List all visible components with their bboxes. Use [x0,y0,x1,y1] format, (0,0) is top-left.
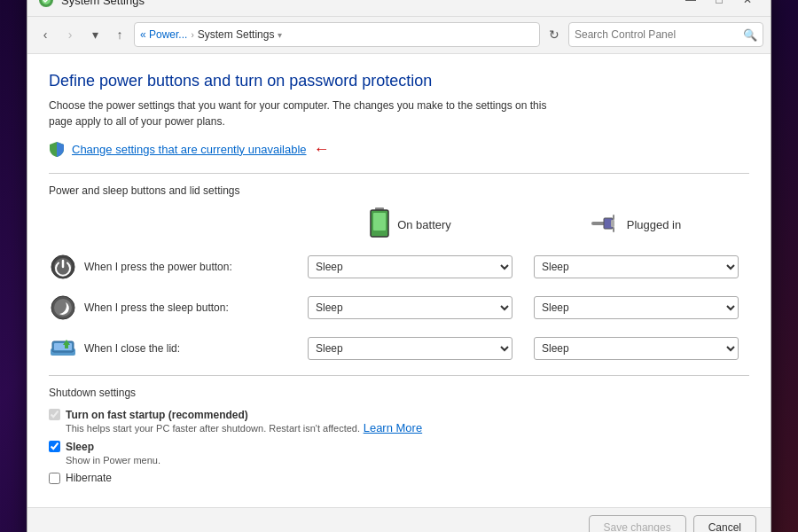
forward-button[interactable]: › [59,24,81,45]
svg-rect-9 [613,227,614,232]
change-settings-row: Change settings that are currently unava… [49,140,749,159]
sleep-button-icon [49,293,77,322]
addressbar: ‹ › ▾ ↑ « Power... › System Settings ▾ ↻… [27,17,771,54]
refresh-button[interactable]: ↻ [544,24,565,45]
page-desc-line2: page apply to all of your power plans. [49,115,225,128]
sleep-shutdown-sublabel: Show in Power menu. [66,455,160,466]
lid-row: When I close the lid: Sleep Do nothing H… [49,334,749,363]
col-plugged-label: Plugged in [627,218,681,231]
fast-startup-row: Turn on fast startup (recommended) This … [49,408,749,434]
power-button-icon [49,253,77,281]
sleep-checkbox[interactable] [49,441,60,452]
footer: Save changes Cancel [27,507,771,533]
search-icon: 🔍 [743,28,757,42]
breadcrumb-current: System Settings [198,28,275,41]
power-grid-header: On battery Plugged in [49,207,749,242]
content-area: Define power buttons and turn on passwor… [27,54,771,507]
power-button-label: When I press the power button: [84,261,232,273]
learn-more-link[interactable]: Learn More [364,421,422,434]
titlebar-title: System Settings [61,0,678,7]
power-battery-dropdown-cell: Sleep Do nothing Hibernate Shut down Tur… [297,255,523,278]
power-button-row: When I press the power button: Sleep Do … [49,253,749,281]
breadcrumb-expand[interactable]: ▾ [278,30,282,40]
titlebar: System Settings — □ ✕ [27,0,771,17]
svg-rect-7 [611,220,614,227]
lid-plugged-dropdown-cell: Sleep Do nothing Hibernate Shut down Tur… [523,337,749,360]
maximize-button[interactable]: □ [707,0,732,10]
breadcrumb-separator: › [191,30,193,40]
fast-startup-label: Turn on fast startup (recommended) [66,409,248,421]
back-button[interactable]: ‹ [35,24,56,45]
fast-startup-checkbox[interactable] [49,409,60,420]
page-title: Define power buttons and turn on passwor… [49,72,749,90]
titlebar-icon [38,0,54,8]
power-battery-select[interactable]: Sleep Do nothing Hibernate Shut down Tur… [308,255,512,278]
window-controls: — □ ✕ [678,0,760,10]
lid-label: When I close the lid: [84,342,180,355]
lid-icon [49,334,77,363]
battery-icon [369,207,390,242]
breadcrumb: « Power... › System Settings ▾ [134,22,540,47]
hibernate-row: Hibernate [49,472,749,484]
sleep-battery-dropdown-cell: Sleep Do nothing Hibernate Shut down Tur… [297,296,523,319]
hibernate-checkbox[interactable] [49,473,60,484]
change-settings-link[interactable]: Change settings that are currently unava… [72,143,307,156]
sleep-button-row: When I press the sleep button: Sleep Do … [49,293,749,322]
lid-battery-select[interactable]: Sleep Do nothing Hibernate Shut down Tur… [308,337,512,360]
sleep-button-label: When I press the sleep button: [84,301,229,314]
section-divider-1 [49,173,749,174]
sleep-plugged-dropdown-cell: Sleep Do nothing Hibernate Shut down Tur… [523,296,749,319]
col-header-battery: On battery [297,207,523,242]
svg-rect-4 [373,213,386,231]
lid-battery-dropdown-cell: Sleep Do nothing Hibernate Shut down Tur… [297,337,523,360]
col-header-plugged: Plugged in [523,213,749,237]
search-input[interactable] [575,28,739,41]
hibernate-label: Hibernate [66,472,112,484]
save-changes-button[interactable]: Save changes [589,515,686,532]
system-settings-window: System Settings — □ ✕ ‹ › ▾ ↑ « Power...… [27,0,771,532]
sleep-battery-select[interactable]: Sleep Do nothing Hibernate Shut down Tur… [308,296,512,319]
search-box[interactable]: 🔍 [568,22,763,47]
sleep-shutdown-label: Sleep [66,441,94,453]
page-description: Choose the power settings that you want … [49,98,749,129]
uac-shield-icon [49,141,65,157]
shutdown-title: Shutdown settings [49,387,749,399]
plugged-icon [591,213,620,237]
fast-startup-sublabel: This helps start your PC faster after sh… [66,423,360,434]
arrow-indicator: ← [314,140,330,159]
lid-plugged-select[interactable]: Sleep Do nothing Hibernate Shut down Tur… [534,337,739,360]
section-divider-2 [49,375,749,376]
close-button[interactable]: ✕ [735,0,760,10]
power-plugged-select[interactable]: Sleep Do nothing Hibernate Shut down Tur… [534,255,739,278]
minimize-button[interactable]: — [678,0,703,10]
sleep-plugged-select[interactable]: Sleep Do nothing Hibernate Shut down Tur… [534,296,739,319]
power-plugged-dropdown-cell: Sleep Do nothing Hibernate Shut down Tur… [523,255,749,278]
up-button[interactable]: ↑ [109,24,130,45]
col-battery-label: On battery [397,218,451,231]
power-section-title: Power and sleep buttons and lid settings [49,184,749,197]
dropdown-button[interactable]: ▾ [84,24,106,45]
sleep-checkbox-row: Sleep Show in Power menu. [49,440,749,466]
page-desc-line1: Choose the power settings that you want … [49,99,546,112]
cancel-button[interactable]: Cancel [693,515,756,532]
svg-rect-8 [613,215,614,220]
breadcrumb-power[interactable]: « Power... [140,28,187,41]
